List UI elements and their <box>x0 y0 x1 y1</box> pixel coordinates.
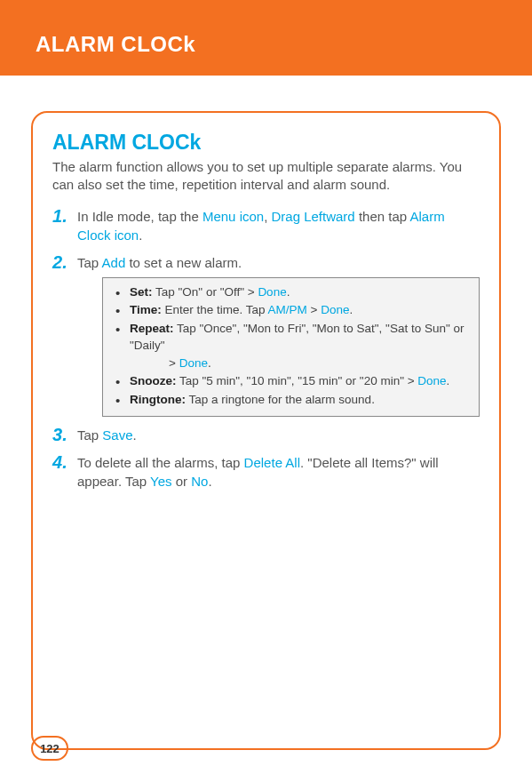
time-done: Done <box>321 303 349 316</box>
setting-ringtone: Ringtone: Tap a ringtone for the alarm s… <box>112 391 470 409</box>
header-title: ALARM CLOCk <box>36 32 496 57</box>
yes-link: Yes <box>150 474 171 489</box>
step-3-pre: Tap <box>77 427 102 443</box>
ringtone-label: Ringtone: <box>130 393 186 406</box>
intro-text: The alarm function allows you to set up … <box>52 158 480 195</box>
delete-all-link: Delete All <box>244 455 300 470</box>
setting-snooze: Snooze: Tap "5 min", "10 min", "15 min" … <box>112 372 470 390</box>
step-1: In Idle mode, tap the Menu icon, Drag Le… <box>52 207 480 244</box>
steps-list: In Idle mode, tap the Menu icon, Drag Le… <box>52 207 480 491</box>
step-2-pre: Tap <box>77 255 102 270</box>
step-3-post: . <box>133 427 137 443</box>
repeat-done: Done <box>179 356 208 370</box>
section-title: ALARM CLOCk <box>52 131 480 155</box>
snooze-label: Snooze: <box>130 374 177 387</box>
set-t2: . <box>287 285 290 299</box>
time-ampm: AM/PM <box>268 303 307 316</box>
repeat-continuation: > Done. <box>130 355 470 372</box>
time-label: Time: <box>130 303 162 316</box>
setting-repeat: Repeat: Tap "Once", "Mon to Fri", "Mon t… <box>112 320 470 372</box>
step-4-pre: To delete all the alarms, tap <box>77 455 244 470</box>
step-1-mid2: then tap <box>355 209 410 224</box>
settings-list: Set: Tap "On" or "Off" > Done. Time: Ent… <box>112 283 470 409</box>
setting-time: Time: Enter the time. Tap AM/PM > Done. <box>112 301 470 319</box>
page-number-badge: 122 <box>31 736 68 761</box>
set-label: Set: <box>130 285 153 299</box>
save-link: Save <box>102 427 132 443</box>
menu-icon-link: Menu icon <box>202 209 264 224</box>
step-4-post: . <box>208 474 211 489</box>
page-number: 122 <box>40 742 60 755</box>
repeat-t1: Tap "Once", "Mon to Fri", "Mon to Sat", … <box>130 322 465 353</box>
step-4-mid2: or <box>172 474 192 489</box>
repeat-cont-pre: > <box>169 356 179 370</box>
time-t1: Enter the time. Tap <box>162 303 268 316</box>
step-2-post: to set a new alarm. <box>125 255 242 270</box>
settings-infobox: Set: Tap "On" or "Off" > Done. Time: Ent… <box>102 277 480 418</box>
snooze-done: Done <box>417 374 446 387</box>
header-title-main: ALARM CLOC <box>36 32 183 56</box>
add-link: Add <box>102 255 126 270</box>
ringtone-t1: Tap a ringtone for the alarm sound. <box>186 393 375 406</box>
step-4: To delete all the alarms, tap Delete All… <box>52 453 480 491</box>
setting-set: Set: Tap "On" or "Off" > Done. <box>112 283 470 301</box>
step-1-post: . <box>139 227 142 243</box>
repeat-cont-post: . <box>208 356 211 370</box>
page-header: ALARM CLOCk <box>0 0 532 76</box>
snooze-t2: . <box>447 374 450 387</box>
step-3: Tap Save. <box>52 426 480 444</box>
drag-leftward-link: Drag Leftward <box>272 209 355 224</box>
time-t2: > <box>307 303 321 316</box>
section-title-tail: k <box>190 131 202 154</box>
set-done: Done <box>258 285 286 299</box>
no-link: No <box>191 474 208 489</box>
repeat-label: Repeat: <box>130 322 174 335</box>
snooze-t1: Tap "5 min", "10 min", "15 min" or "20 m… <box>177 374 418 387</box>
set-t1: Tap "On" or "Off" > <box>153 285 258 299</box>
step-2: Tap Add to set a new alarm. Set: Tap "On… <box>52 253 480 418</box>
time-t3: . <box>350 303 353 316</box>
section-title-main: ALARM CLOC <box>52 131 190 154</box>
step-1-mid1: , <box>264 209 271 224</box>
step-1-pre: In Idle mode, tap the <box>77 209 202 224</box>
header-title-tail: k <box>183 32 195 56</box>
content-panel: ALARM CLOCk The alarm function allows yo… <box>31 111 501 750</box>
